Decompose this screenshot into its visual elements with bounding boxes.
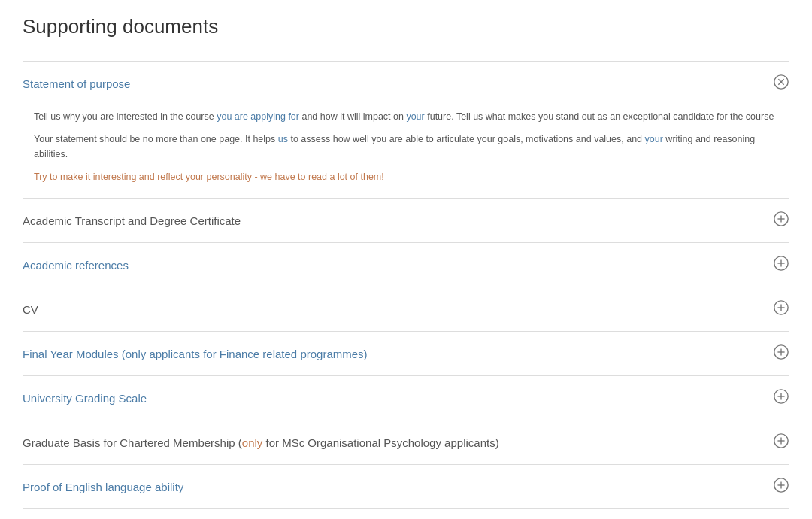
accordion-body-statement-of-purpose: Tell us why you are interested in the co…: [23, 105, 789, 198]
accordion-label-academic-transcript: Academic Transcript and Degree Certifica…: [23, 214, 241, 227]
page-title: Supporting documents: [23, 15, 789, 38]
plus-circle-icon: [773, 299, 789, 319]
accordion-header-academic-references[interactable]: Academic references: [23, 243, 789, 287]
accordion-header-academic-transcript[interactable]: Academic Transcript and Degree Certifica…: [23, 199, 789, 242]
accordion-item-final-year-modules: Final Year Modules (only applicants for …: [23, 331, 789, 375]
plus-circle-icon: [773, 211, 789, 230]
accordion-header-university-grading-scale[interactable]: University Grading Scale: [23, 376, 789, 420]
accordion-header-graduate-basis[interactable]: Graduate Basis for Chartered Membership …: [23, 420, 789, 464]
accordion-label-proof-of-english: Proof of English language ability: [23, 481, 183, 493]
accordion-item-copy-of-passport: Copy of passport: [23, 508, 789, 519]
plus-circle-icon: [773, 432, 789, 452]
accordion-label-final-year-modules: Final Year Modules (only applicants for …: [23, 348, 368, 360]
accordion-item-proof-of-english: Proof of English language ability: [23, 464, 789, 508]
accordion-item-university-grading-scale: University Grading Scale: [23, 375, 789, 420]
plus-circle-icon: [773, 255, 789, 275]
accordion-header-statement-of-purpose[interactable]: Statement of purpose: [23, 62, 789, 105]
accordion-header-final-year-modules[interactable]: Final Year Modules (only applicants for …: [23, 332, 789, 375]
accordion-item-graduate-basis: Graduate Basis for Chartered Membership …: [23, 420, 789, 464]
accordion-header-copy-of-passport[interactable]: Copy of passport: [23, 509, 789, 519]
accordion-label-university-grading-scale: University Grading Scale: [23, 392, 147, 405]
plus-circle-icon: [773, 477, 789, 496]
accordion-label-statement-of-purpose: Statement of purpose: [23, 77, 130, 90]
accordion-label-graduate-basis: Graduate Basis for Chartered Membership …: [23, 436, 499, 449]
accordion-item-cv: CV: [23, 287, 789, 331]
plus-circle-icon: [773, 388, 789, 408]
accordion-item-academic-references: Academic references: [23, 242, 789, 287]
accordion-container: Statement of purpose Tell us why you are…: [23, 61, 789, 519]
accordion-item-statement-of-purpose: Statement of purpose Tell us why you are…: [23, 61, 789, 198]
accordion-header-proof-of-english[interactable]: Proof of English language ability: [23, 465, 789, 508]
accordion-header-cv[interactable]: CV: [23, 287, 789, 331]
accordion-label-cv: CV: [23, 303, 38, 316]
plus-circle-icon: [773, 344, 789, 363]
close-circle-icon: [773, 74, 789, 93]
accordion-label-academic-references: Academic references: [23, 259, 129, 272]
accordion-item-academic-transcript: Academic Transcript and Degree Certifica…: [23, 198, 789, 242]
